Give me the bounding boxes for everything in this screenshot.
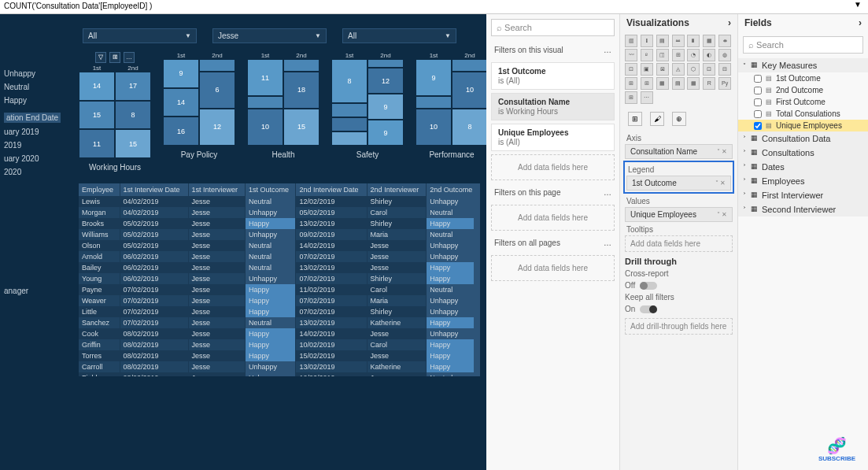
viz-type-icon[interactable]: ▤ (672, 77, 685, 90)
treemap-cell[interactable]: 8 (115, 101, 151, 130)
treemap-cell[interactable]: 8 (331, 59, 368, 103)
treemap-cell[interactable] (283, 59, 319, 72)
viz-type-icon[interactable]: ⊠ (656, 63, 669, 76)
viz-type-icon[interactable]: R (703, 77, 715, 90)
viz-type-icon[interactable]: ⊞ (641, 77, 653, 90)
treemap-cell[interactable]: 15 (115, 129, 151, 158)
analytics-tab-icon[interactable]: ⊕ (672, 112, 686, 126)
treemap-cell[interactable]: 10 (452, 72, 488, 109)
table-group-consultation-data[interactable]: ˃▦Consultation Data (738, 131, 868, 146)
viz-type-icon[interactable]: ▥ (625, 35, 637, 47)
filter-card[interactable]: Consultation Nameis Working Hours (491, 93, 615, 120)
formula-bar-caret-icon[interactable]: ▼ (854, 0, 862, 9)
treemap-cell[interactable]: 16 (163, 117, 199, 146)
field-checkbox[interactable] (754, 75, 762, 83)
table-group-consultations[interactable]: ˃▦Consultations (738, 146, 868, 160)
viz-type-icon[interactable]: ▦ (656, 77, 669, 90)
field-item[interactable]: ▤1st Outcome (738, 72, 868, 84)
filter-drop-zone[interactable]: Add data fields here (491, 205, 615, 231)
viz-type-icon[interactable]: ⊡ (625, 63, 637, 76)
treemap-cell[interactable]: 10 (416, 109, 452, 146)
table-row[interactable]: Sanchez07/02/2019JesseNeutral13/02/2019K… (79, 317, 480, 328)
treemap-cell[interactable] (331, 103, 368, 117)
date-option[interactable]: 2019 (4, 141, 61, 150)
treemap-cell[interactable]: 8 (452, 109, 488, 146)
remove-icon[interactable]: ˅ ✕ (717, 148, 727, 155)
table-header[interactable]: 1st Interview Date (120, 183, 188, 196)
treemap-cell[interactable]: 18 (283, 72, 319, 109)
treemap-cell[interactable]: 14 (79, 72, 115, 101)
field-item[interactable]: ▤First Outcome (738, 96, 868, 108)
scrollbar[interactable] (474, 183, 480, 376)
slicer-interviewer[interactable]: Jesse▼ (212, 28, 327, 43)
viz-type-icon[interactable]: ▤ (656, 35, 669, 47)
treemap-cell[interactable] (452, 59, 488, 72)
treemap-cell[interactable]: 12 (199, 109, 235, 146)
format-tab-icon[interactable]: 🖌 (650, 112, 664, 126)
table-header[interactable]: 2nd Interviewer (367, 183, 427, 196)
treemap-cell[interactable] (247, 96, 283, 109)
table-row[interactable]: Little07/02/2019JesseHappy07/02/2019Shir… (79, 306, 480, 317)
viz-type-icon[interactable]: ⊞ (625, 77, 637, 90)
treemap-cell[interactable] (368, 59, 404, 68)
treemap-cell[interactable]: 17 (115, 72, 151, 101)
table-group-first-interviewer[interactable]: ˃▦First Interviewer (738, 188, 868, 202)
table-header[interactable]: Employee (79, 183, 120, 196)
treemap-cell[interactable]: 9 (416, 59, 452, 96)
viz-type-icon[interactable]: ⊟ (718, 63, 731, 76)
field-item[interactable]: ▤Unique Employees (738, 120, 868, 131)
slicer-employee[interactable]: All▼ (83, 28, 197, 43)
table-group-key-measures[interactable]: ˅▦Key Measures (738, 58, 868, 72)
treemap-cell[interactable] (331, 117, 368, 131)
field-checkbox[interactable] (754, 98, 762, 106)
viz-type-icon[interactable]: 〰 (625, 49, 637, 61)
viz-type-icon[interactable]: ◍ (718, 49, 731, 61)
filter-drop-zone[interactable]: Add data fields here (491, 154, 615, 180)
table-row[interactable]: Arnold06/02/2019JesseNeutral07/02/2019Je… (79, 251, 480, 262)
treemap-cell[interactable]: 11 (79, 129, 115, 158)
fields-search-input[interactable]: Search (743, 36, 863, 54)
keep-filters-toggle[interactable] (640, 305, 657, 313)
table-row[interactable]: Young06/02/2019JesseUnhappy07/02/2019Shi… (79, 273, 480, 284)
treemap-visual[interactable]: 81299 (331, 59, 404, 146)
table-header[interactable]: 1st Outcome (246, 183, 296, 196)
viz-type-icon[interactable]: ▦ (703, 35, 715, 47)
values-field[interactable]: Unique Employees˅ ✕ (625, 207, 733, 222)
date-option[interactable]: 2020 (4, 168, 61, 176)
table-row[interactable]: Griffin08/02/2019JesseHappy10/02/2019Car… (79, 339, 480, 350)
viz-type-icon[interactable]: Py (718, 77, 731, 90)
date-option[interactable]: uary 2019 (4, 128, 61, 136)
field-checkbox[interactable] (754, 110, 762, 118)
table-row[interactable]: Fields08/02/2019JesseUnhappy10/02/2019Je… (79, 372, 480, 376)
table-header[interactable]: 1st Interviewer (188, 183, 245, 196)
filter-card[interactable]: Unique Employeesis (All) (491, 124, 615, 151)
slicer-other[interactable]: All▼ (342, 28, 456, 43)
viz-type-icon[interactable]: ⊡ (703, 63, 715, 76)
viz-type-icon[interactable]: ◬ (672, 63, 685, 76)
treemap-cell[interactable]: 10 (247, 109, 283, 146)
legend-field[interactable]: 1st Outcome˅ ✕ (626, 176, 731, 191)
table-header[interactable]: 2nd Outcome (427, 183, 480, 196)
treemap-cell[interactable]: 14 (163, 88, 199, 117)
table-row[interactable]: Morgan04/02/2019JesseUnhappy05/02/2019Ca… (79, 207, 480, 218)
viz-type-icon[interactable]: ◫ (656, 49, 669, 61)
table-row[interactable]: Williams05/02/2019JesseUnhappy09/02/2019… (79, 229, 480, 240)
viz-type-icon[interactable]: ⊞ (672, 49, 685, 61)
treemap-cell[interactable]: 15 (79, 101, 115, 130)
treemap-cell[interactable]: 11 (247, 59, 283, 96)
table-row[interactable]: Cook08/02/2019JesseHappy14/02/2019JesseU… (79, 328, 480, 339)
table-row[interactable]: Brooks05/02/2019JesseHappy13/02/2019Shir… (79, 218, 480, 229)
treemap-cell[interactable]: 9 (163, 59, 199, 88)
filter-card[interactable]: 1st Outcomeis (All) (491, 62, 615, 90)
formula-bar[interactable]: COUNT('Consultation Data'[EmployeeID] ) … (0, 0, 868, 14)
drill-through-drop[interactable]: Add drill-through fields here (625, 318, 733, 335)
viz-type-icon[interactable]: ⋯ (641, 91, 653, 104)
viz-type-icon[interactable]: ◔ (687, 49, 700, 61)
treemap-visual[interactable]: 91416612 (163, 59, 235, 146)
treemap-cell[interactable] (416, 96, 452, 109)
table-header[interactable]: 2nd Interview Date (296, 183, 367, 196)
viz-type-icon[interactable]: ⩩ (718, 35, 731, 47)
viz-type-icon[interactable]: ⩸ (672, 35, 685, 47)
tooltips-drop[interactable]: Add data fields here (625, 235, 733, 252)
visual-header-icon[interactable]: ▽ (95, 52, 106, 63)
